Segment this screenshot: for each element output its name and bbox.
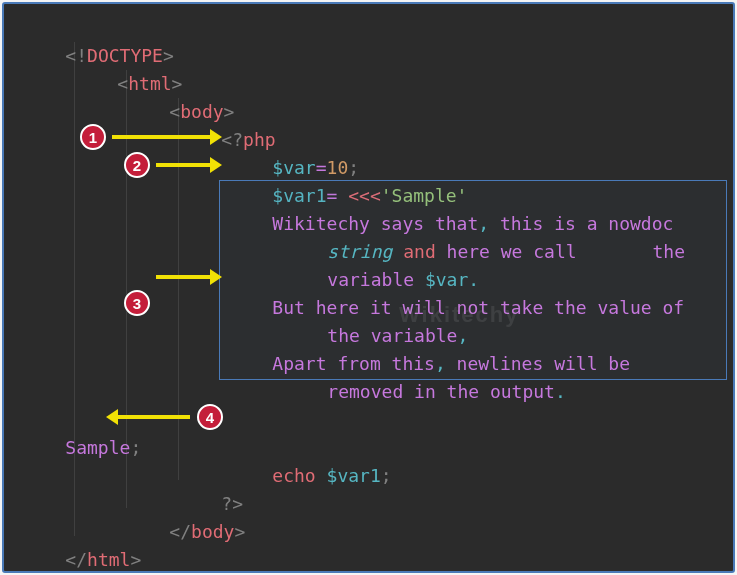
code-editor-frame: Wikitechy <!DOCTYPE> <html> <body> <?php… — [2, 2, 735, 573]
bracket: > — [130, 549, 141, 570]
bracket: > — [234, 521, 245, 542]
nowdoc-text: removed in the output — [327, 381, 555, 402]
annotation-arrow-2 — [156, 163, 212, 167]
variable-var1: $var1 — [316, 465, 381, 486]
annotation-arrow-3 — [156, 275, 212, 279]
nowdoc-text: here we call the — [447, 241, 685, 262]
nowdoc-end-label: Sample — [65, 437, 130, 458]
echo-keyword: echo — [272, 465, 315, 486]
nowdoc-line-7: removed in the output. — [284, 350, 566, 434]
annotation-badge-3: 3 — [124, 290, 150, 316]
line-echo: echo $var1; — [229, 434, 392, 518]
annotation-badge-2: 2 — [124, 152, 150, 178]
watermark: Wikitechy — [399, 302, 520, 328]
dot: . — [555, 381, 566, 402]
bracket: </ — [169, 521, 191, 542]
annotation-badge-1: 1 — [80, 124, 106, 150]
tag-html: html — [87, 549, 130, 570]
annotation-arrow-1 — [112, 135, 212, 139]
line-body-close: </body> — [126, 490, 245, 573]
annotation-badge-4: 4 — [197, 404, 223, 430]
bracket: </ — [65, 549, 87, 570]
line-html-close: </html> — [22, 518, 141, 573]
semicolon: ; — [130, 437, 141, 458]
annotation-arrow-4 — [116, 415, 190, 419]
tag-body: body — [191, 521, 234, 542]
semicolon: ; — [381, 465, 392, 486]
